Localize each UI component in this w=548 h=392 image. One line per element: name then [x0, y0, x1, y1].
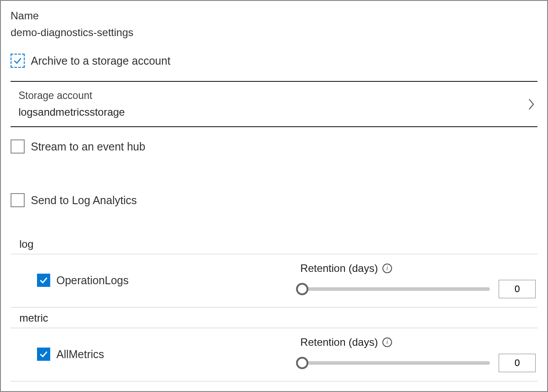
archive-storage-label: Archive to a storage account	[31, 55, 170, 67]
log-item-label: OperationLogs	[56, 274, 129, 287]
send-log-analytics-label: Send to Log Analytics	[31, 194, 137, 207]
chevron-right-icon	[527, 98, 536, 111]
info-icon[interactable]: i	[382, 337, 392, 347]
metric-section-heading: metric	[11, 312, 537, 328]
stream-event-hub-row: Stream to an event hub	[11, 139, 537, 154]
allmetrics-checkbox[interactable]	[37, 348, 50, 361]
log-item-row: OperationLogs Retention (days) i	[11, 254, 537, 308]
retention-slider[interactable]	[300, 361, 490, 365]
operationlogs-checkbox[interactable]	[37, 274, 50, 287]
checkmark-icon	[39, 275, 48, 285]
name-field-label: Name	[11, 10, 537, 22]
name-field-value: demo-diagnostics-settings	[11, 26, 537, 39]
checkmark-icon	[13, 56, 22, 66]
slider-thumb[interactable]	[296, 357, 308, 369]
retention-input[interactable]	[499, 354, 536, 372]
storage-account-selector[interactable]: Storage account logsandmetricsstorage	[11, 81, 537, 127]
storage-account-value: logsandmetricsstorage	[19, 106, 125, 118]
archive-storage-checkbox[interactable]	[11, 54, 25, 68]
metric-item-row: AllMetrics Retention (days) i	[11, 328, 537, 381]
checkmark-icon	[39, 349, 48, 359]
log-section-heading: log	[11, 238, 537, 254]
stream-event-hub-checkbox[interactable]	[11, 139, 25, 154]
archive-storage-row: Archive to a storage account	[11, 54, 537, 68]
retention-slider[interactable]	[300, 287, 490, 291]
info-icon[interactable]: i	[382, 264, 392, 273]
send-log-analytics-checkbox[interactable]	[11, 193, 25, 207]
slider-thumb[interactable]	[296, 283, 308, 295]
storage-account-label: Storage account	[19, 90, 125, 102]
diagnostic-settings-panel: Name demo-diagnostics-settings Archive t…	[0, 0, 548, 392]
retention-input[interactable]	[499, 280, 536, 298]
metric-item-label: AllMetrics	[56, 348, 104, 361]
retention-label: Retention (days) i	[300, 336, 536, 348]
stream-event-hub-label: Stream to an event hub	[31, 140, 145, 153]
retention-label: Retention (days) i	[300, 262, 536, 275]
send-log-analytics-row: Send to Log Analytics	[11, 193, 537, 207]
